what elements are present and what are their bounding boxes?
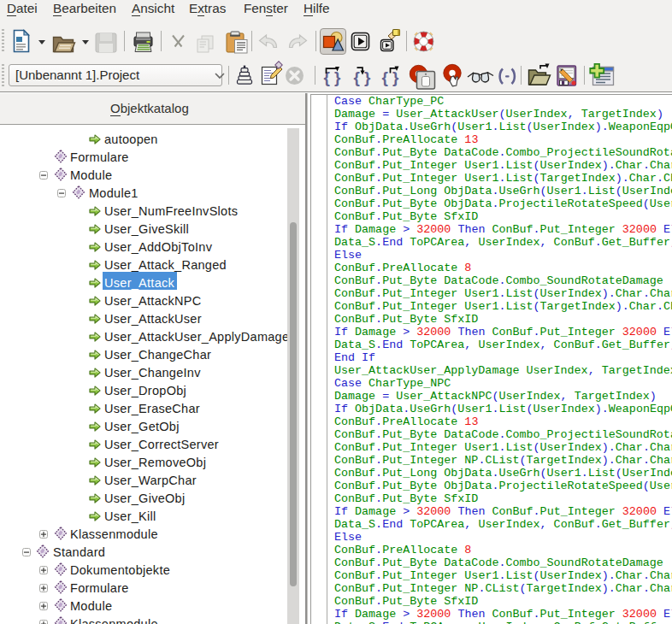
svg-text:{: {	[382, 68, 388, 86]
svg-text:}: }	[334, 68, 341, 86]
svg-text:}: }	[392, 68, 399, 86]
svg-text:}: }	[364, 68, 371, 86]
svg-text:{: {	[354, 68, 360, 86]
